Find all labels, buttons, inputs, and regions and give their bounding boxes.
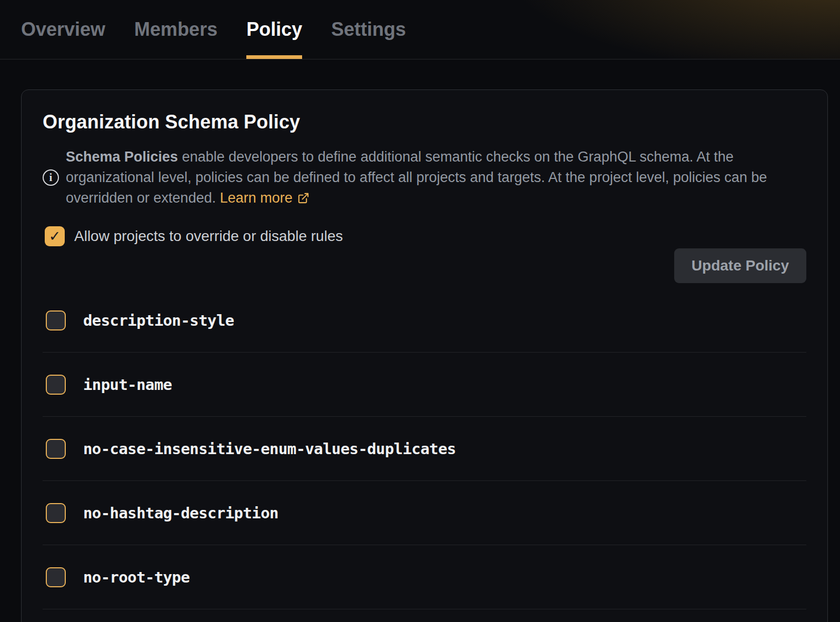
rule-row: no-hashtag-description xyxy=(43,481,806,545)
external-link-icon xyxy=(297,192,309,204)
rule-name: no-root-type xyxy=(83,568,189,586)
policy-info-lead: Schema Policies xyxy=(66,149,178,165)
tab-bar-nav: OverviewMembersPolicySettings xyxy=(21,0,406,59)
rule-checkbox[interactable] xyxy=(46,567,66,587)
policy-info-text: Schema Policies enable developers to def… xyxy=(66,147,806,208)
rule-checkbox[interactable] xyxy=(46,503,66,523)
info-circle-icon: i xyxy=(43,169,59,186)
rule-checkbox[interactable] xyxy=(46,375,66,395)
rule-name: no-hashtag-description xyxy=(83,504,278,522)
learn-more-link[interactable]: Learn more xyxy=(220,190,293,206)
tab-members[interactable]: Members xyxy=(134,0,217,59)
policy-info-banner: i Schema Policies enable developers to d… xyxy=(43,147,806,208)
allow-override-row: ✓ Allow projects to override or disable … xyxy=(45,226,806,246)
checkmark-icon: ✓ xyxy=(49,228,61,245)
rule-row: no-case-insensitive-enum-values-duplicat… xyxy=(43,417,806,481)
button-row: Update Policy xyxy=(43,248,806,283)
main-content: Organization Schema Policy i Schema Poli… xyxy=(0,59,840,622)
rules-list: description-styleinput-nameno-case-insen… xyxy=(43,288,806,609)
allow-override-label: Allow projects to override or disable ru… xyxy=(74,228,343,245)
tab-label: Overview xyxy=(21,18,105,41)
tab-label: Members xyxy=(134,18,217,41)
tab-label: Settings xyxy=(331,18,406,41)
tab-overview[interactable]: Overview xyxy=(21,0,105,59)
tab-bar: OverviewMembersPolicySettings xyxy=(0,0,840,59)
update-policy-button[interactable]: Update Policy xyxy=(674,248,806,283)
rule-checkbox[interactable] xyxy=(46,310,66,330)
active-tab-underline xyxy=(246,55,302,59)
tab-policy[interactable]: Policy xyxy=(246,0,302,59)
rule-name: description-style xyxy=(83,312,234,329)
tab-settings[interactable]: Settings xyxy=(331,0,406,59)
page-title: Organization Schema Policy xyxy=(43,111,806,133)
allow-override-checkbox[interactable]: ✓ xyxy=(45,226,65,246)
rule-row: input-name xyxy=(43,353,806,417)
rule-name: no-case-insensitive-enum-values-duplicat… xyxy=(83,440,456,458)
tab-label: Policy xyxy=(246,18,302,41)
rule-checkbox[interactable] xyxy=(46,439,66,459)
rule-row: no-root-type xyxy=(43,545,806,609)
rule-name: input-name xyxy=(83,376,172,394)
policy-card: Organization Schema Policy i Schema Poli… xyxy=(21,89,828,622)
rule-row: description-style xyxy=(43,288,806,353)
